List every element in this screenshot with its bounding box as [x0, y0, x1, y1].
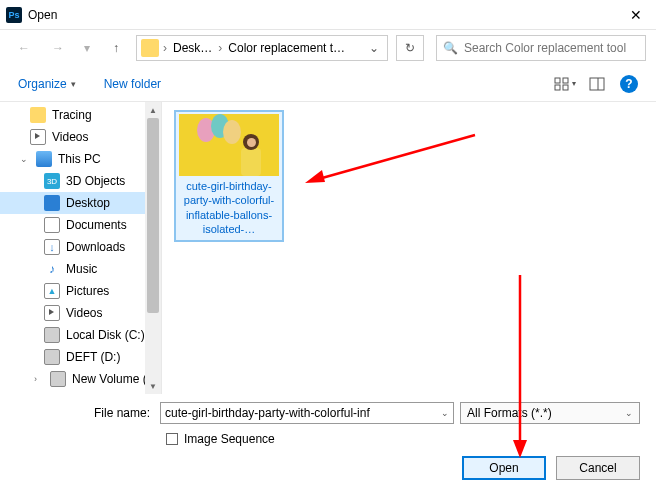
tree-item-pictures[interactable]: ▲Pictures [0, 280, 161, 302]
tree-label: New Volume (F [72, 372, 154, 386]
tree-label: Videos [66, 306, 102, 320]
file-thumbnail[interactable]: cute-girl-birthday-party-with-colorful-i… [174, 110, 284, 242]
computer-icon [36, 151, 52, 167]
breadcrumb-part[interactable]: Desk… [171, 41, 214, 55]
history-chevron[interactable]: ▾ [78, 35, 96, 61]
chevron-down-icon: ⌄ [621, 408, 633, 418]
folder-icon [141, 39, 159, 57]
close-button[interactable]: ✕ [616, 0, 656, 30]
tree-item-videos[interactable]: Videos [0, 126, 161, 148]
toolbar: Organize ▾ New folder ▾ ? [0, 66, 656, 102]
desktop-icon [44, 195, 60, 211]
tree-label: Pictures [66, 284, 109, 298]
forward-button[interactable]: → [44, 35, 72, 61]
format-value: All Formats (*.*) [467, 406, 552, 420]
sidebar: Tracing Videos ⌄This PC 3D3D Objects Des… [0, 102, 162, 394]
disk-icon [44, 349, 60, 365]
photoshop-icon: Ps [6, 7, 22, 23]
tree-item-this-pc[interactable]: ⌄This PC [0, 148, 161, 170]
scroll-down-icon[interactable]: ▼ [145, 378, 161, 394]
tree-item-3d-objects[interactable]: 3D3D Objects [0, 170, 161, 192]
organize-button[interactable]: Organize ▾ [18, 77, 76, 91]
image-sequence-checkbox[interactable] [166, 433, 178, 445]
refresh-button[interactable]: ↻ [396, 35, 424, 61]
address-dropdown-icon[interactable]: ⌄ [365, 41, 383, 55]
file-name-label: cute-girl-birthday-party-with-colorful-i… [178, 176, 280, 238]
tree-label: Desktop [66, 196, 110, 210]
tree-item-videos-pc[interactable]: Videos [0, 302, 161, 324]
cancel-button[interactable]: Cancel [556, 456, 640, 480]
video-icon [44, 305, 60, 321]
music-icon: ♪ [44, 261, 60, 277]
breadcrumb-chevron-icon: › [161, 41, 169, 55]
back-button[interactable]: ← [10, 35, 38, 61]
filename-label: File name: [16, 406, 154, 420]
tree-item-new-volume[interactable]: ›New Volume (F [0, 368, 161, 390]
tree-item-deft-d[interactable]: DEFT (D:) [0, 346, 161, 368]
scroll-thumb[interactable] [147, 118, 159, 313]
breadcrumb-part[interactable]: Color replacement t… [226, 41, 347, 55]
tree-label: Videos [52, 130, 88, 144]
image-sequence-label: Image Sequence [184, 432, 275, 446]
footer: File name: cute-girl-birthday-party-with… [0, 394, 656, 490]
search-box[interactable]: 🔍 [436, 35, 646, 61]
file-list[interactable]: cute-girl-birthday-party-with-colorful-i… [162, 102, 656, 394]
pictures-icon: ▲ [44, 283, 60, 299]
up-button[interactable]: ↑ [102, 35, 130, 61]
tree-item-documents[interactable]: Documents [0, 214, 161, 236]
tree-label: DEFT (D:) [66, 350, 120, 364]
tree-item-local-disk-c[interactable]: Local Disk (C:) [0, 324, 161, 346]
help-button[interactable]: ? [620, 75, 638, 93]
disk-icon [44, 327, 60, 343]
breadcrumb-chevron-icon: › [216, 41, 224, 55]
tree-item-downloads[interactable]: ↓Downloads [0, 236, 161, 258]
folder-icon [30, 107, 46, 123]
svg-rect-0 [555, 78, 560, 83]
collapse-icon[interactable]: ⌄ [20, 154, 30, 164]
tree-item-music[interactable]: ♪Music [0, 258, 161, 280]
organize-label: Organize [18, 77, 67, 91]
view-mode-button[interactable]: ▾ [550, 72, 580, 96]
document-icon [44, 217, 60, 233]
chevron-down-icon[interactable]: ⌄ [437, 408, 449, 418]
preview-pane-button[interactable] [582, 72, 612, 96]
chevron-down-icon: ▾ [71, 79, 76, 89]
svg-rect-2 [555, 85, 560, 90]
tree-label: 3D Objects [66, 174, 125, 188]
tree-label: Downloads [66, 240, 125, 254]
svg-rect-3 [563, 85, 568, 90]
scroll-up-icon[interactable]: ▲ [145, 102, 161, 118]
nav-bar: ← → ▾ ↑ › Desk… › Color replacement t… ⌄… [0, 30, 656, 66]
video-icon [30, 129, 46, 145]
thumbnails-icon [554, 77, 570, 91]
tree-item-desktop[interactable]: Desktop [0, 192, 161, 214]
tree-label: Music [66, 262, 97, 276]
open-button[interactable]: Open [462, 456, 546, 480]
filename-value: cute-girl-birthday-party-with-colorful-i… [165, 406, 370, 420]
window-title: Open [28, 8, 616, 22]
preview-pane-icon [589, 77, 605, 91]
image-preview [179, 114, 279, 176]
address-bar[interactable]: › Desk… › Color replacement t… ⌄ [136, 35, 388, 61]
download-icon: ↓ [44, 239, 60, 255]
disk-icon [50, 371, 66, 387]
sidebar-scrollbar[interactable]: ▲ ▼ [145, 102, 161, 394]
filename-input[interactable]: cute-girl-birthday-party-with-colorful-i… [160, 402, 454, 424]
tree-item-tracing[interactable]: Tracing [0, 104, 161, 126]
search-icon: 🔍 [443, 41, 458, 55]
tree-label: Local Disk (C:) [66, 328, 145, 342]
expand-icon[interactable]: › [34, 374, 44, 384]
search-input[interactable] [464, 41, 639, 55]
svg-rect-1 [563, 78, 568, 83]
new-folder-button[interactable]: New folder [104, 77, 161, 91]
format-select[interactable]: All Formats (*.*) ⌄ [460, 402, 640, 424]
3d-icon: 3D [44, 173, 60, 189]
tree-label: Documents [66, 218, 127, 232]
tree-label: This PC [58, 152, 101, 166]
title-bar: Ps Open ✕ [0, 0, 656, 30]
svg-rect-4 [590, 78, 604, 90]
tree-label: Tracing [52, 108, 92, 122]
